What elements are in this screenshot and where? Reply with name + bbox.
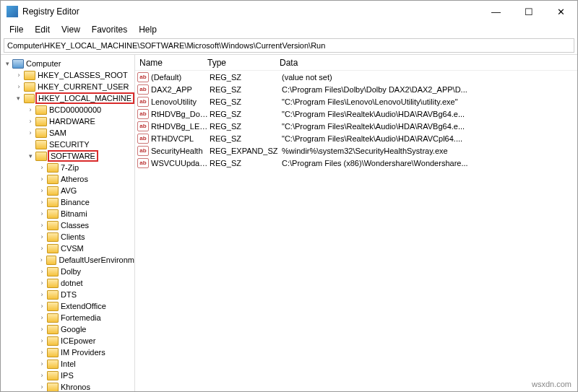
chevron-down-icon[interactable]: ▾ (25, 152, 35, 160)
chevron-right-icon[interactable]: › (37, 302, 47, 310)
chevron-right-icon[interactable]: › (14, 71, 24, 79)
tree-item[interactable]: ›Clients (1, 231, 134, 243)
chevron-right-icon[interactable]: › (14, 83, 24, 90)
tree-pane[interactable]: ▾ Computer › HKEY_CLASSES_ROOT › HKEY_CU… (1, 55, 135, 392)
tree-item[interactable]: ›AVG (1, 185, 134, 196)
col-data[interactable]: Data (280, 58, 577, 68)
tree-item[interactable]: ›Fortemedia (1, 312, 134, 323)
menu-edit[interactable]: Edit (29, 23, 56, 36)
list-row[interactable]: abRtHDVBg_DolbyREG_SZ"C:\Program Files\R… (135, 108, 577, 120)
tree-label-highlighted: SOFTWARE (48, 150, 98, 162)
tree-item[interactable]: ›IPS (1, 370, 134, 381)
value-type: REG_SZ (210, 85, 282, 94)
chevron-right-icon[interactable]: › (37, 279, 47, 287)
chevron-right-icon[interactable]: › (37, 245, 47, 252)
minimize-button[interactable]: — (480, 1, 512, 22)
tree-item[interactable]: ›DTS (1, 289, 134, 300)
tree-item[interactable]: ›7-Zip (1, 162, 134, 173)
value-type: REG_EXPAND_SZ (210, 147, 282, 155)
string-value-icon: ab (137, 72, 149, 82)
chevron-right-icon[interactable]: › (25, 129, 35, 136)
tree-label: Computer (26, 59, 61, 68)
tree-item[interactable]: ›SAM (1, 127, 134, 139)
tree-item[interactable]: ›Intel (1, 358, 134, 370)
tree-item[interactable]: ›HARDWARE (1, 116, 134, 127)
maximize-button[interactable]: ☐ (512, 1, 545, 22)
tree-item[interactable]: ›ICEpower (1, 335, 134, 347)
tree-hkcu[interactable]: › HKEY_CURRENT_USER (1, 81, 134, 92)
value-name: WSVCUUpdateH... (151, 159, 210, 167)
chevron-right-icon[interactable]: › (37, 187, 47, 194)
folder-icon (47, 186, 59, 196)
value-data: "C:\Program Files\Realtek\Audio\HDA\RAVB… (282, 110, 577, 118)
chevron-right-icon[interactable]: › (25, 118, 35, 125)
chevron-right-icon[interactable]: › (37, 164, 47, 171)
chevron-right-icon[interactable]: › (37, 256, 46, 263)
value-data: "C:\Program Files\Realtek\Audio\HDA\RAVB… (282, 122, 577, 131)
tree-item[interactable]: ›DefaultUserEnvironm (1, 254, 134, 266)
chevron-right-icon[interactable]: › (37, 199, 47, 206)
tree-label: Classes (61, 221, 89, 230)
close-button[interactable]: ✕ (545, 1, 577, 22)
folder-icon (47, 302, 59, 311)
chevron-right-icon[interactable]: › (37, 175, 47, 183)
tree-label: BCD00000000 (49, 105, 101, 114)
tree-hklm[interactable]: ▾ HKEY_LOCAL_MACHINE (1, 92, 134, 104)
tree-item[interactable]: ›Bitnami (1, 208, 134, 219)
folder-icon (47, 371, 59, 380)
chevron-right-icon[interactable]: › (37, 314, 47, 321)
tree-root[interactable]: ▾ Computer (1, 58, 134, 69)
list-row[interactable]: abDAX2_APPREG_SZC:\Program Files\Dolby\D… (135, 83, 577, 95)
col-type[interactable]: Type (207, 58, 280, 68)
titlebar: Registry Editor — ☐ ✕ (1, 1, 577, 22)
menu-file[interactable]: File (4, 23, 29, 36)
window-title: Registry Editor (22, 6, 480, 17)
list-pane[interactable]: Name Type Data ab(Default)REG_SZ(value n… (135, 55, 577, 392)
folder-icon (47, 198, 59, 207)
list-row[interactable]: abRtHDVBg_LENO...REG_SZ"C:\Program Files… (135, 120, 577, 132)
chevron-right-icon[interactable]: › (37, 372, 47, 379)
tree-software[interactable]: ▾SOFTWARE (1, 150, 134, 162)
tree-item[interactable]: ›Binance (1, 196, 134, 208)
chevron-right-icon[interactable]: › (37, 222, 47, 229)
tree-item[interactable]: ›Classes (1, 219, 134, 231)
chevron-right-icon[interactable]: › (37, 233, 47, 240)
tree-item[interactable]: ›CVSM (1, 243, 134, 254)
chevron-right-icon[interactable]: › (37, 326, 47, 333)
tree-item[interactable]: ›Khronos (1, 381, 134, 392)
col-name[interactable]: Name (135, 58, 207, 68)
tree-item[interactable]: ›BCD00000000 (1, 104, 134, 116)
tree-label: Binance (61, 198, 90, 206)
chevron-right-icon[interactable]: › (37, 349, 47, 356)
list-row[interactable]: abRTHDVCPLREG_SZ"C:\Program Files\Realte… (135, 132, 577, 144)
tree-item[interactable]: ›IM Providers (1, 347, 134, 358)
list-row[interactable]: abSecurityHealthREG_EXPAND_SZ%windir%\sy… (135, 144, 577, 157)
chevron-right-icon[interactable]: › (37, 268, 47, 275)
string-value-icon: ab (137, 84, 149, 95)
address-bar[interactable]: Computer\HKEY_LOCAL_MACHINE\SOFTWARE\Mic… (4, 38, 574, 53)
tree-item[interactable]: SECURITY (1, 139, 134, 150)
chevron-down-icon[interactable]: ▾ (2, 60, 12, 67)
tree-item[interactable]: ›ExtendOffice (1, 300, 134, 312)
chevron-down-icon[interactable]: ▾ (14, 95, 24, 102)
tree-item[interactable]: ›Dolby (1, 266, 134, 277)
list-row[interactable]: abWSVCUUpdateH...REG_SZC:\Program Files … (135, 157, 577, 169)
tree-item[interactable]: ›Atheros (1, 173, 134, 185)
list-row[interactable]: abLenovoUtilityREG_SZ"C:\Program Files\L… (135, 95, 577, 108)
tree-label: IPS (61, 371, 74, 380)
tree-hkcr[interactable]: › HKEY_CLASSES_ROOT (1, 69, 134, 81)
chevron-right-icon[interactable]: › (37, 337, 47, 344)
chevron-right-icon[interactable]: › (25, 106, 35, 113)
tree-item[interactable]: ›dotnet (1, 277, 134, 289)
chevron-right-icon[interactable]: › (37, 210, 47, 217)
chevron-right-icon[interactable]: › (37, 360, 47, 367)
list-row[interactable]: ab(Default)REG_SZ(value not set) (135, 71, 577, 83)
menu-favorites[interactable]: Favorites (86, 23, 133, 36)
chevron-right-icon[interactable]: › (37, 383, 47, 391)
string-value-icon: ab (137, 158, 149, 168)
chevron-right-icon[interactable]: › (37, 291, 47, 298)
tree-item[interactable]: ›Google (1, 323, 134, 335)
menu-help[interactable]: Help (133, 23, 163, 36)
menu-view[interactable]: View (56, 23, 86, 36)
value-name: RTHDVCPL (151, 134, 210, 143)
